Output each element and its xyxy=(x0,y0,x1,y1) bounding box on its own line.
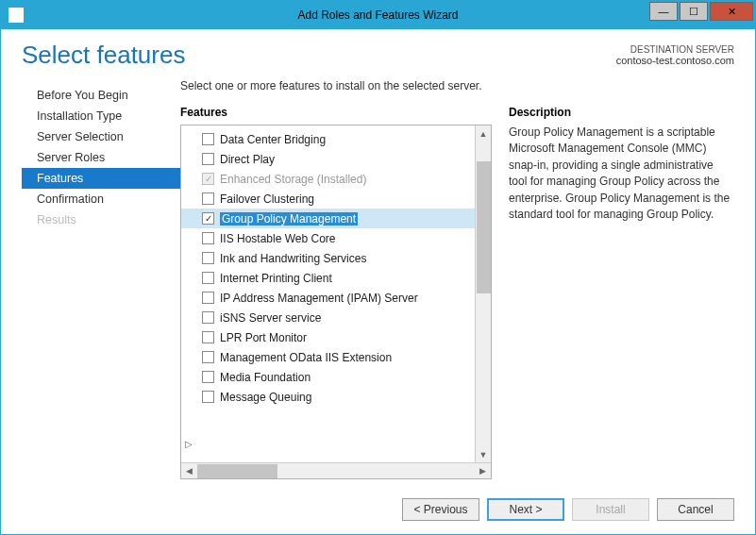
scroll-right-icon[interactable]: ▶ xyxy=(475,463,491,478)
feature-label: Data Center Bridging xyxy=(220,133,326,146)
maximize-button[interactable]: ☐ xyxy=(680,2,708,21)
feature-label: Internet Printing Client xyxy=(220,272,332,285)
page-header: Select features DESTINATION SERVER conto… xyxy=(22,41,734,70)
feature-label: LPR Port Monitor xyxy=(220,331,307,344)
window-title: Add Roles and Features Wizard xyxy=(297,8,458,22)
feature-checkbox[interactable] xyxy=(202,311,214,324)
feature-row[interactable]: Data Center Bridging xyxy=(181,129,475,149)
feature-label: iSNS Server service xyxy=(220,311,321,325)
feature-row[interactable]: IIS Hostable Web Core xyxy=(181,228,475,248)
description-column: Description Group Policy Management is a… xyxy=(509,106,734,479)
body: Before You BeginInstallation TypeServer … xyxy=(22,79,734,479)
scroll-up-icon[interactable]: ▲ xyxy=(476,125,491,142)
expand-glyph-icon[interactable]: ▷ xyxy=(185,439,193,449)
previous-button[interactable]: < Previous xyxy=(402,498,479,521)
feature-row[interactable]: Media Foundation xyxy=(181,367,475,387)
footer-buttons: < Previous Next > Install Cancel xyxy=(1,489,755,534)
feature-checkbox[interactable] xyxy=(202,272,214,284)
nav-item-results: Results xyxy=(22,209,180,230)
feature-row[interactable]: ✓Group Policy Management xyxy=(181,209,475,228)
nav-item-server-roles[interactable]: Server Roles xyxy=(22,147,180,168)
feature-row[interactable]: Management OData IIS Extension xyxy=(181,347,475,367)
nav-item-before-you-begin[interactable]: Before You Begin xyxy=(22,85,180,106)
titlebar[interactable]: Add Roles and Features Wizard — ☐ ✕ xyxy=(1,1,755,29)
feature-checkbox[interactable] xyxy=(202,391,214,403)
maximize-icon: ☐ xyxy=(689,6,698,18)
nav-item-server-selection[interactable]: Server Selection xyxy=(22,126,180,147)
window-controls: — ☐ ✕ xyxy=(649,1,755,29)
next-button[interactable]: Next > xyxy=(487,498,564,521)
close-button[interactable]: ✕ xyxy=(710,2,753,21)
feature-row[interactable]: Internet Printing Client xyxy=(181,268,475,288)
feature-checkbox[interactable] xyxy=(202,351,214,363)
features-column: Features ▷ Data Center BridgingDirect Pl… xyxy=(180,106,492,479)
minimize-button[interactable]: — xyxy=(649,2,678,21)
feature-label: Management OData IIS Extension xyxy=(220,351,392,364)
columns: Features ▷ Data Center BridgingDirect Pl… xyxy=(180,106,734,479)
feature-row[interactable]: LPR Port Monitor xyxy=(181,327,475,347)
feature-label: IIS Hostable Web Core xyxy=(220,232,336,245)
description-text: Group Policy Management is a scriptable … xyxy=(509,125,734,223)
feature-checkbox: ✓ xyxy=(202,173,214,185)
feature-checkbox[interactable]: ✓ xyxy=(202,212,214,225)
destination-server: DESTINATION SERVER contoso-test.contoso.… xyxy=(616,44,734,66)
feature-checkbox[interactable] xyxy=(202,331,214,343)
feature-checkbox[interactable] xyxy=(202,232,214,244)
feature-row[interactable]: Ink and Handwriting Services xyxy=(181,248,475,268)
feature-row[interactable]: Direct Play xyxy=(181,149,475,169)
close-icon: ✕ xyxy=(728,6,736,18)
vscroll-thumb[interactable] xyxy=(477,161,491,293)
feature-checkbox[interactable] xyxy=(202,153,214,165)
feature-label: Ink and Handwriting Services xyxy=(220,252,366,265)
feature-row[interactable]: Failover Clustering xyxy=(181,189,475,209)
feature-checkbox[interactable] xyxy=(202,292,214,304)
nav-item-confirmation[interactable]: Confirmation xyxy=(22,189,180,209)
scroll-down-icon[interactable]: ▼ xyxy=(476,446,491,462)
feature-row[interactable]: iSNS Server service xyxy=(181,308,475,327)
feature-checkbox[interactable] xyxy=(202,252,214,264)
hscroll-thumb[interactable] xyxy=(197,464,277,478)
feature-row: ✓Enhanced Storage (Installed) xyxy=(181,169,475,189)
description-heading: Description xyxy=(509,106,734,119)
feature-label: Message Queuing xyxy=(220,391,311,404)
destination-label: DESTINATION SERVER xyxy=(616,44,734,55)
features-heading: Features xyxy=(180,106,492,119)
cancel-button[interactable]: Cancel xyxy=(657,498,734,521)
install-button: Install xyxy=(572,498,649,521)
features-listbox[interactable]: ▷ Data Center BridgingDirect Play✓Enhanc… xyxy=(180,125,492,479)
feature-label: Group Policy Management xyxy=(220,212,358,226)
feature-label: Media Foundation xyxy=(220,371,311,384)
features-items: ▷ Data Center BridgingDirect Play✓Enhanc… xyxy=(181,125,475,462)
content-area: Select features DESTINATION SERVER conto… xyxy=(1,29,755,489)
feature-label: Direct Play xyxy=(220,153,275,166)
minimize-icon: — xyxy=(659,6,669,17)
scroll-left-icon[interactable]: ◀ xyxy=(181,463,197,478)
page-title: Select features xyxy=(22,41,185,70)
nav-item-features[interactable]: Features xyxy=(22,168,180,189)
wizard-window: Add Roles and Features Wizard — ☐ ✕ Sele… xyxy=(0,0,756,535)
feature-label: Failover Clustering xyxy=(220,192,314,206)
wizard-nav: Before You BeginInstallation TypeServer … xyxy=(22,79,180,479)
feature-checkbox[interactable] xyxy=(202,192,214,205)
feature-row[interactable]: Message Queuing xyxy=(181,387,475,407)
vertical-scrollbar[interactable]: ▲ ▼ xyxy=(475,125,491,462)
feature-label: Enhanced Storage (Installed) xyxy=(220,173,366,186)
feature-checkbox[interactable] xyxy=(202,133,214,145)
main-panel: Select one or more features to install o… xyxy=(180,79,734,479)
instruction-text: Select one or more features to install o… xyxy=(180,79,734,92)
nav-item-installation-type[interactable]: Installation Type xyxy=(22,106,180,126)
features-list-inner: ▷ Data Center BridgingDirect Play✓Enhanc… xyxy=(181,125,491,462)
feature-row[interactable]: IP Address Management (IPAM) Server xyxy=(181,288,475,308)
horizontal-scrollbar[interactable]: ◀ ▶ xyxy=(181,462,491,478)
feature-checkbox[interactable] xyxy=(202,371,214,383)
destination-value: contoso-test.contoso.com xyxy=(616,55,734,66)
app-icon xyxy=(8,8,24,23)
feature-label: IP Address Management (IPAM) Server xyxy=(220,292,418,305)
